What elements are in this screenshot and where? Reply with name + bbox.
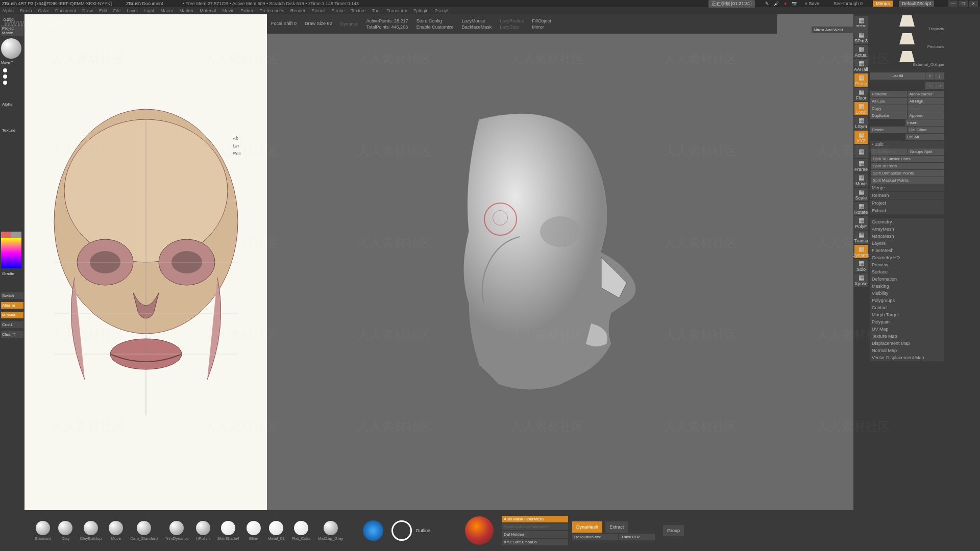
pencil-icon[interactable]: ✎ bbox=[764, 1, 770, 7]
subtool-external_oblique[interactable]: External_Oblique bbox=[870, 51, 944, 67]
tool-aahalf[interactable]: ▦AAHalf bbox=[854, 59, 868, 72]
merge-section[interactable]: Merge bbox=[870, 184, 944, 191]
tool-dynamic[interactable]: ▦Dynamic bbox=[854, 245, 868, 258]
menu-document[interactable]: Document bbox=[55, 8, 76, 13]
menus-button[interactable]: Menus bbox=[873, 1, 893, 7]
color-picker[interactable] bbox=[1, 238, 21, 268]
autoreorder-button[interactable]: AutoReorder bbox=[908, 91, 945, 97]
menu-render[interactable]: Render bbox=[290, 8, 306, 13]
menu-zplugin[interactable]: Zplugin bbox=[413, 8, 429, 13]
tool-transp[interactable]: ▦Transp bbox=[854, 231, 868, 244]
menu-light[interactable]: Light bbox=[144, 8, 155, 13]
del-hidden[interactable]: Del Hidden bbox=[502, 531, 568, 538]
brush-matcap_gray[interactable]: MatCap_Gray bbox=[318, 521, 344, 541]
tool-rotate[interactable]: ▦Rotate bbox=[854, 202, 868, 215]
focal-shift[interactable]: Focal Shift 0 bbox=[271, 21, 297, 26]
section-morph-target[interactable]: Morph Target bbox=[870, 311, 944, 318]
dynamic-label[interactable]: Dynamic bbox=[340, 21, 358, 27]
lazy-mouse[interactable]: LazyMouse bbox=[462, 18, 492, 23]
save-button[interactable]: × Save bbox=[805, 1, 819, 6]
rename-button[interactable]: Rename bbox=[870, 91, 907, 97]
insert-button[interactable]: Insert bbox=[905, 119, 945, 126]
menu-draw[interactable]: Draw bbox=[82, 8, 93, 13]
split-parts-button[interactable]: Split To Parts bbox=[871, 163, 944, 169]
remesh-section[interactable]: Remesh bbox=[870, 192, 944, 199]
thick[interactable]: Thick 0.02 bbox=[619, 534, 655, 540]
menu-brush[interactable]: Brush bbox=[20, 8, 32, 13]
menu-transform[interactable]: Transform bbox=[386, 8, 407, 13]
split-masked-button[interactable]: Split Masked Points bbox=[871, 177, 944, 184]
brush-hpolish[interactable]: hPolish bbox=[196, 521, 210, 541]
list-right-icon[interactable]: → bbox=[935, 82, 944, 89]
lazy-radius[interactable]: LazyRadius bbox=[500, 18, 524, 23]
list-left-icon[interactable]: ← bbox=[925, 82, 935, 89]
tool-blank[interactable]: ▦ bbox=[854, 145, 868, 158]
groups-split-button[interactable]: Groups Split bbox=[908, 148, 945, 155]
section-uv-map[interactable]: UV Map bbox=[870, 325, 944, 333]
extract-button[interactable]: Extract bbox=[605, 521, 628, 533]
split-section[interactable]: Split bbox=[870, 141, 944, 148]
menu-zscript[interactable]: Zscript bbox=[435, 8, 449, 13]
section-deformation[interactable]: Deformation bbox=[870, 276, 944, 283]
split-unmasked-button[interactable]: Split Unmasked Points bbox=[871, 170, 944, 177]
menu-preferences[interactable]: Preferences bbox=[259, 8, 284, 13]
store-config[interactable]: Store Config bbox=[416, 18, 454, 23]
menu-tool[interactable]: Tool bbox=[372, 8, 381, 13]
maximize-button[interactable]: □ bbox=[959, 1, 968, 7]
section-vector-displacement-map[interactable]: Vector Displacement Map bbox=[870, 354, 944, 361]
cust1-button[interactable]: Cust1 bbox=[1, 321, 23, 328]
automask-fibermesh[interactable]: Auto Mask FiberMesh bbox=[502, 516, 568, 522]
section-visibility[interactable]: Visibility bbox=[870, 290, 944, 297]
resolution[interactable]: Resolution 656 bbox=[572, 534, 618, 540]
paste-button[interactable]: Paste bbox=[908, 105, 945, 112]
tool-actual[interactable]: ▦Actual bbox=[854, 45, 868, 58]
material-preview[interactable] bbox=[465, 516, 494, 545]
brush-skinshade4[interactable]: SkinShade4 bbox=[217, 521, 239, 541]
section-polypaint[interactable]: Polypaint bbox=[870, 318, 944, 325]
menu-stencil[interactable]: Stencil bbox=[311, 8, 325, 13]
subtool-trapeziu[interactable]: Trapeziu bbox=[870, 15, 944, 31]
section-contact[interactable]: Contact bbox=[870, 304, 944, 311]
menu-marker[interactable]: Marker bbox=[179, 8, 193, 13]
tool-solo[interactable]: ▦Solo bbox=[854, 259, 868, 272]
menu-macro[interactable]: Macro bbox=[160, 8, 173, 13]
split-hidden-button[interactable]: Split Hidden bbox=[871, 148, 908, 155]
split-similar-button[interactable]: Split To Similar Parts bbox=[871, 156, 944, 162]
draw-size[interactable]: Draw Size 62 bbox=[305, 21, 332, 26]
menu-material[interactable]: Material bbox=[200, 8, 216, 13]
copy-button[interactable]: Copy bbox=[870, 105, 907, 112]
delall-button[interactable]: Del All bbox=[905, 134, 945, 140]
backface-mask[interactable]: BackfaceMask bbox=[462, 24, 492, 30]
brush-metal_01[interactable]: Metal_01 bbox=[268, 521, 285, 541]
list-all-button[interactable]: List All bbox=[870, 72, 925, 80]
brush-dam_standard[interactable]: Dam_Standard bbox=[130, 521, 158, 541]
menu-picker[interactable]: Picker bbox=[240, 8, 253, 13]
brush-flat_color[interactable]: Flat_Color bbox=[292, 521, 311, 541]
minimize-button[interactable]: — bbox=[948, 1, 958, 7]
dynamesh-button[interactable]: DynaMesh bbox=[572, 521, 602, 533]
list-down-icon[interactable]: ↓ bbox=[935, 72, 944, 80]
xyz-size[interactable]: XYZ Size 0.55806 bbox=[502, 539, 568, 545]
section-displacement-map[interactable]: Displacement Map bbox=[870, 340, 944, 347]
duplicate-button[interactable]: Duplicate bbox=[870, 112, 907, 119]
tool-floor[interactable]: ▦Floor bbox=[854, 88, 868, 101]
allhigh-button[interactable]: All High bbox=[908, 98, 945, 105]
tool-local[interactable]: ▦Local bbox=[854, 102, 868, 115]
project-section[interactable]: Project bbox=[870, 199, 944, 207]
seethrough-control[interactable]: See-through 0 bbox=[834, 1, 863, 6]
camera-icon[interactable]: 📷 bbox=[792, 1, 798, 7]
menu-texture[interactable]: Texture bbox=[351, 8, 366, 13]
fill-object[interactable]: FillObject bbox=[532, 18, 551, 23]
midvalue-button[interactable]: MidValu bbox=[1, 312, 23, 318]
front-collision[interactable]: Front Collision Tolerance bbox=[502, 523, 568, 530]
section-layers[interactable]: Layers bbox=[870, 240, 944, 247]
delother-button[interactable]: Del Other bbox=[908, 127, 945, 133]
clear-button[interactable]: Clear T bbox=[1, 331, 23, 338]
tool-lsym[interactable]: ▦LSym bbox=[854, 116, 868, 130]
menu-alpha[interactable]: Alpha bbox=[2, 8, 14, 13]
menu-color[interactable]: Color bbox=[38, 8, 50, 13]
tool-frame[interactable]: ▦Frame bbox=[854, 159, 868, 172]
mirror-button[interactable]: Mirror bbox=[532, 24, 551, 30]
alllow-button[interactable]: All Low bbox=[870, 98, 907, 105]
group-button[interactable]: Group bbox=[663, 525, 684, 536]
